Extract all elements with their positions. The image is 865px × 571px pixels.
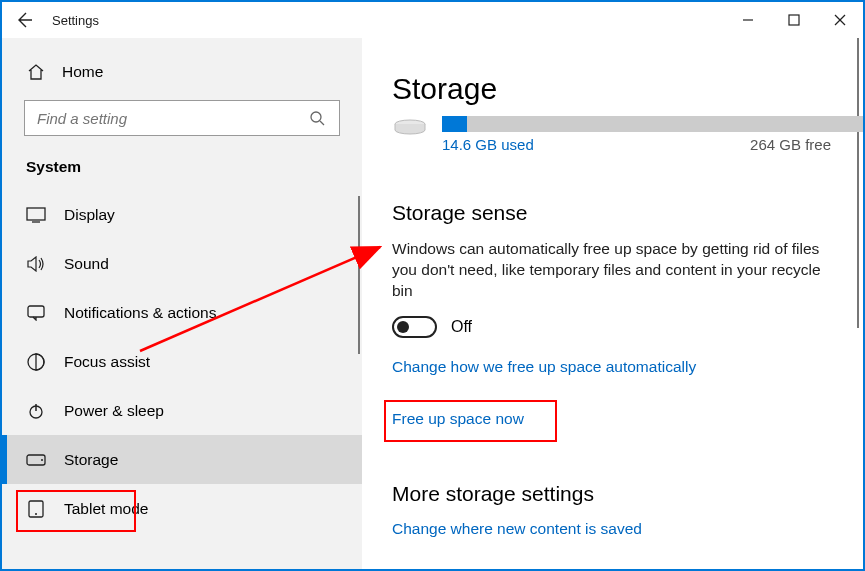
sidebar-item-label: Focus assist <box>64 353 150 371</box>
notifications-icon <box>26 303 46 323</box>
more-settings-heading: More storage settings <box>392 482 863 506</box>
sidebar-item-label: Power & sleep <box>64 402 164 420</box>
titlebar: Settings <box>2 2 863 38</box>
toggle-label: Off <box>451 318 472 336</box>
tablet-icon <box>26 499 46 519</box>
search-icon <box>307 108 327 128</box>
sidebar-item-focus[interactable]: Focus assist <box>2 337 362 386</box>
storage-sense-description: Windows can automatically free up space … <box>392 239 863 302</box>
sidebar-item-label: Sound <box>64 255 109 273</box>
search-input[interactable] <box>24 100 340 136</box>
svg-point-4 <box>311 112 321 122</box>
sidebar-item-label: Tablet mode <box>64 500 148 518</box>
usage-bar-fill <box>442 116 467 132</box>
svg-rect-8 <box>28 306 44 317</box>
svg-rect-6 <box>27 208 45 220</box>
home-icon <box>26 62 46 82</box>
storage-icon <box>26 450 46 470</box>
sidebar: Home System Display Sound No <box>2 38 362 569</box>
section-label: System <box>2 154 362 190</box>
nav-list: Display Sound Notifications & actions Fo… <box>2 190 362 569</box>
sound-icon <box>26 254 46 274</box>
svg-point-13 <box>41 459 43 461</box>
sidebar-item-tablet[interactable]: Tablet mode <box>2 484 362 533</box>
sidebar-item-power[interactable]: Power & sleep <box>2 386 362 435</box>
storage-sense-heading: Storage sense <box>392 201 863 225</box>
disk-icon <box>392 118 428 138</box>
link-change-where[interactable]: Change where new content is saved <box>392 520 642 538</box>
power-icon <box>26 401 46 421</box>
display-icon <box>26 205 46 225</box>
main-pane: Storage 14.6 GB used 264 GB free Storage… <box>362 38 863 569</box>
back-icon[interactable] <box>14 10 34 30</box>
close-button[interactable] <box>817 2 863 38</box>
sidebar-item-label: Display <box>64 206 115 224</box>
focus-icon <box>26 352 46 372</box>
sidebar-item-notifications[interactable]: Notifications & actions <box>2 288 362 337</box>
storage-sense-toggle[interactable] <box>392 316 437 338</box>
svg-point-15 <box>35 513 37 515</box>
page-title: Storage <box>392 72 863 106</box>
sidebar-item-storage[interactable]: Storage <box>2 435 362 484</box>
link-free-up-now[interactable]: Free up space now <box>392 410 524 428</box>
used-label: 14.6 GB used <box>442 136 534 153</box>
window-title: Settings <box>52 13 99 28</box>
scrollbar[interactable] <box>857 38 859 328</box>
svg-rect-1 <box>789 15 799 25</box>
sidebar-item-label: Storage <box>64 451 118 469</box>
maximize-button[interactable] <box>771 2 817 38</box>
home-label: Home <box>62 63 103 81</box>
minimize-button[interactable] <box>725 2 771 38</box>
sidebar-item-label: Notifications & actions <box>64 304 217 322</box>
disk-usage: 14.6 GB used 264 GB free <box>392 116 863 153</box>
free-label: 264 GB free <box>750 136 863 153</box>
sidebar-item-display[interactable]: Display <box>2 190 362 239</box>
usage-bar <box>442 116 863 132</box>
home-button[interactable]: Home <box>2 56 362 100</box>
sidebar-item-sound[interactable]: Sound <box>2 239 362 288</box>
svg-line-5 <box>320 121 324 125</box>
link-change-auto[interactable]: Change how we free up space automaticall… <box>392 358 696 376</box>
